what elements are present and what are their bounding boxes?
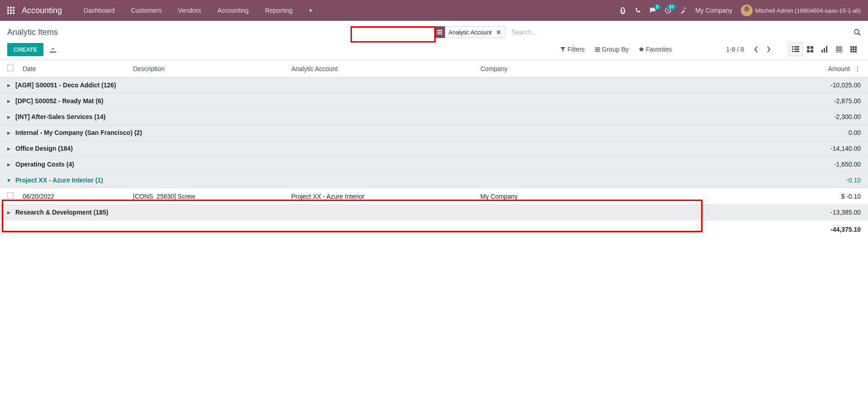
create-button[interactable]: CREATE [7, 43, 43, 56]
group-label: [AGR] S00051 - Deco Addict (126) [15, 81, 116, 89]
svg-rect-13 [794, 51, 799, 52]
pager-prev[interactable] [749, 43, 762, 56]
main-navbar: Accounting Dashboard Customers Vendors A… [0, 0, 868, 21]
tools-icon[interactable] [680, 7, 687, 14]
view-switcher [788, 43, 861, 56]
view-activity[interactable] [846, 43, 861, 56]
phone-icon[interactable] [635, 7, 641, 14]
nav-menu: Dashboard Customers Vendors Accounting R… [76, 0, 321, 21]
activities-badge: 37 [667, 4, 676, 10]
company-switcher[interactable]: My Company [695, 7, 732, 14]
col-date[interactable]: Date [23, 65, 133, 72]
pager: 1-8 / 8 [726, 43, 775, 56]
svg-rect-5 [595, 47, 600, 48]
svg-rect-23 [853, 46, 854, 48]
control-panel: Analytic Items Analytic Account ✕ CRE [0, 21, 868, 60]
group-row[interactable]: ▸ [AGR] S00051 - Deco Addict (126) -10,0… [0, 77, 868, 93]
search-bar[interactable]: Analytic Account ✕ [434, 26, 861, 38]
search-facet-groupby[interactable]: Analytic Account ✕ [434, 26, 505, 38]
favorites-label: Favorites [646, 46, 672, 53]
nav-right: 5 37 My Company Mitchell Admin (16604604… [619, 5, 861, 16]
messages-badge: 5 [654, 4, 661, 10]
nav-link-more[interactable]: + [301, 0, 321, 21]
svg-rect-18 [821, 50, 823, 53]
svg-rect-1 [437, 30, 442, 31]
table-header: Date Description Analytic Account Compan… [0, 60, 868, 77]
col-analytic-account[interactable]: Analytic Account [291, 65, 480, 72]
svg-rect-10 [792, 48, 793, 50]
group-row-expanded[interactable]: ▾ Project XX - Azure Interior (1) -0.10 [0, 172, 868, 188]
group-row[interactable]: ▸ Internal - My Company (San Francisco) … [0, 125, 868, 141]
caret-right-icon: ▸ [7, 129, 14, 136]
view-pivot[interactable] [832, 43, 846, 56]
svg-rect-9 [794, 46, 799, 48]
avatar [741, 5, 753, 16]
row-checkbox[interactable] [7, 192, 14, 199]
user-menu[interactable]: Mitchell Admin (16604604-saas-15-1-all) [741, 5, 861, 16]
group-label: Internal - My Company (San Francisco) (2… [15, 129, 142, 136]
svg-rect-3 [437, 33, 442, 34]
pager-text[interactable]: 1-8 / 8 [726, 46, 744, 53]
col-company[interactable]: Company [480, 65, 796, 72]
import-icon[interactable] [50, 46, 56, 53]
cell-amount: $ -0.10 [797, 193, 861, 200]
svg-rect-27 [855, 48, 857, 50]
group-row[interactable]: ▸ Operating Costs (4) -1,650.00 [0, 157, 868, 172]
svg-rect-16 [807, 50, 810, 53]
view-kanban[interactable] [803, 43, 817, 56]
group-label: Research & Development (185) [15, 209, 108, 216]
optional-columns[interactable]: ⋮ [850, 65, 861, 72]
search-icon[interactable] [854, 29, 861, 36]
group-row[interactable]: ▸ [DPC] S00052 - Ready Mat (6) -2,875.00 [0, 93, 868, 109]
group-amount: -2,875.00 [797, 97, 861, 105]
caret-right-icon: ▸ [7, 81, 14, 89]
cell-company: My Company [480, 193, 797, 200]
table-row[interactable]: 06/20/2022 [CONS_25630] Screw Project XX… [0, 188, 868, 205]
apps-icon[interactable] [7, 7, 14, 14]
svg-rect-12 [792, 51, 793, 52]
nav-link-reporting[interactable]: Reporting [257, 0, 301, 21]
group-amount: -13,385.00 [797, 209, 861, 216]
search-input[interactable] [508, 27, 854, 38]
pager-next[interactable] [762, 43, 775, 56]
footer-total: -44,375.10 [797, 226, 861, 233]
select-all-checkbox[interactable] [7, 65, 14, 71]
group-amount: -14,140.00 [797, 145, 861, 152]
nav-link-dashboard[interactable]: Dashboard [76, 0, 123, 21]
group-row[interactable]: ▸ Research & Development (185) -13,385.0… [0, 205, 868, 220]
group-row[interactable]: ▸ Office Design (184) -14,140.00 [0, 141, 868, 157]
col-description[interactable]: Description [133, 65, 291, 72]
svg-rect-19 [824, 48, 825, 53]
debug-icon[interactable] [619, 7, 626, 14]
svg-rect-25 [850, 48, 852, 50]
facet-remove[interactable]: ✕ [494, 29, 503, 36]
svg-rect-24 [855, 46, 857, 48]
nav-link-accounting[interactable]: Accounting [209, 0, 257, 21]
facet-text: Analytic Account [449, 29, 492, 36]
group-amount: -2,300.00 [797, 113, 861, 120]
user-label: Mitchell Admin (16604604-saas-15-1-all) [755, 7, 861, 14]
svg-rect-8 [792, 46, 793, 48]
caret-right-icon: ▸ [7, 97, 14, 105]
groupby-menu[interactable]: Group By [595, 46, 629, 53]
nav-link-customers[interactable]: Customers [123, 0, 170, 21]
view-list[interactable] [788, 43, 803, 56]
group-amount: 0.00 [797, 129, 861, 136]
view-graph[interactable] [817, 43, 832, 56]
svg-rect-15 [811, 46, 813, 49]
page-title: Analytic Items [7, 28, 58, 37]
col-amount[interactable]: Amount [796, 65, 850, 72]
favorites-menu[interactable]: Favorites [639, 46, 672, 53]
app-brand[interactable]: Accounting [22, 6, 62, 15]
nav-link-vendors[interactable]: Vendors [170, 0, 209, 21]
svg-rect-2 [437, 32, 442, 33]
caret-right-icon: ▸ [7, 113, 14, 120]
table-footer: -44,375.10 [0, 220, 868, 239]
messages-icon[interactable]: 5 [649, 7, 656, 14]
list-icon [434, 26, 445, 38]
filters-menu[interactable]: Filters [560, 46, 584, 53]
activities-icon[interactable]: 37 [664, 7, 672, 14]
group-row[interactable]: ▸ [INT] After-Sales Services (14) -2,300… [0, 109, 868, 125]
cell-date: 06/20/2022 [23, 193, 133, 200]
filters-label: Filters [567, 46, 584, 53]
